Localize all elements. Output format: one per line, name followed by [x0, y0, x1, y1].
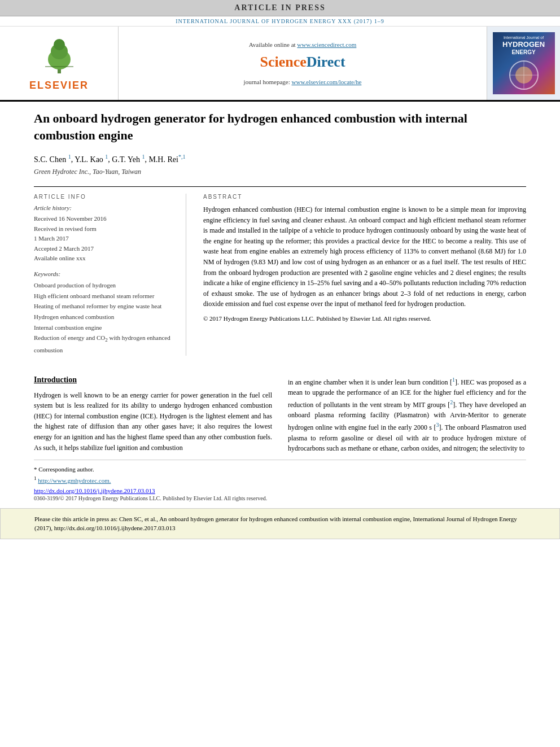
footnote-doi-link[interactable]: http://dx.doi.org/10.1016/j.ijhydene.201…: [34, 487, 155, 494]
footnote-copyright: 0360-3199/© 2017 Hydrogen Energy Publica…: [34, 495, 526, 501]
keyword-4: Hydrogen enhanced combustion: [34, 312, 177, 322]
sciencedirect-direct: Direct: [307, 54, 345, 70]
history-received: Received 16 November 2016: [34, 214, 177, 224]
top-section: ELSEVIER Available online at www.science…: [0, 27, 560, 102]
journal-cover-title: International Journal of HYDROGEN ENERGY: [502, 36, 545, 56]
footnote-superscript: 1 http://www.gmhydrotec.com.: [34, 474, 526, 486]
keyword-1: Onboard production of hydrogen: [34, 280, 177, 291]
journal-cover-block: International Journal of HYDROGEN ENERGY: [487, 27, 560, 100]
introduction-text-left: Hydrogen is well known to be an energy c…: [34, 390, 272, 453]
body-content: Introduction Hydrogen is well known to b…: [0, 367, 560, 454]
body-left-column: Introduction Hydrogen is well known to b…: [34, 375, 272, 454]
introduction-title: Introduction: [34, 375, 272, 385]
article-title: An onboard hydrogen generator for hydrog…: [34, 110, 526, 143]
ref-2: 2: [450, 399, 453, 405]
elsevier-logo-block: ELSEVIER: [0, 27, 119, 100]
history-revised-label: Received in revised form: [34, 224, 177, 234]
article-info-column: ARTICLE INFO Article history: Received 1…: [34, 194, 186, 356]
abstract-column: ABSTRACT Hydrogen enhanced combustion (H…: [203, 194, 526, 356]
article-history-title: Article history:: [34, 204, 177, 211]
journal-cover-image: International Journal of HYDROGEN ENERGY: [493, 32, 555, 94]
keyword-2: High efficient onboard methanol steam re…: [34, 291, 177, 302]
abstract-label: ABSTRACT: [203, 194, 526, 200]
footnote-corresponding: * Corresponding author.: [34, 465, 526, 475]
elsevier-tree-icon: [34, 36, 85, 75]
available-online-text: Available online at www.sciencedirect.co…: [249, 41, 357, 48]
ref-3: 3: [436, 422, 439, 428]
sciencedirect-block: Available online at www.sciencedirect.co…: [119, 27, 487, 100]
sciencedirect-sci: Science: [260, 54, 306, 70]
abstract-text: Hydrogen enhanced combustion (HEC) for i…: [203, 204, 526, 324]
elsevier-logo-text: ELSEVIER: [29, 80, 89, 91]
introduction-text-right: in an engine chamber when it is under le…: [288, 375, 526, 454]
history-accepted: Accepted 2 March 2017: [34, 244, 177, 254]
keyword-6: Reduction of energy and CO2 with hydroge…: [34, 333, 177, 355]
journal-header-bar: INTERNATIONAL JOURNAL OF HYDROGEN ENERGY…: [0, 16, 560, 27]
ref-1: 1: [452, 377, 455, 383]
citation-text: Please cite this article in press as: Ch…: [34, 516, 517, 532]
sciencedirect-logo: ScienceDirect: [260, 54, 345, 71]
article-in-press-banner: ARTICLE IN PRESS: [0, 0, 560, 16]
sciencedirect-url[interactable]: www.sciencedirect.com: [297, 41, 356, 48]
footnotes-section: * Corresponding author. 1 http://www.gmh…: [34, 460, 526, 501]
history-online: Available online xxx: [34, 254, 177, 264]
abstract-copyright: © 2017 Hydrogen Energy Publications LLC.…: [203, 314, 526, 324]
citation-bar: Please cite this article in press as: Ch…: [0, 508, 560, 539]
keywords-title: Keywords:: [34, 270, 177, 277]
article-info-label: ARTICLE INFO: [34, 194, 177, 200]
body-right-column: in an engine chamber when it is under le…: [288, 375, 526, 454]
info-abstract-section: ARTICLE INFO Article history: Received 1…: [34, 186, 526, 356]
journal-homepage: journal homepage: www.elsevier.com/locat…: [244, 78, 362, 85]
body-two-column: Introduction Hydrogen is well known to b…: [34, 375, 526, 454]
svg-point-3: [54, 39, 65, 50]
article-main: An onboard hydrogen generator for hydrog…: [0, 102, 560, 356]
authors-line: S.C. Chen 1, Y.L. Kao 1, G.T. Yeh 1, M.H…: [34, 154, 526, 164]
footnote-doi[interactable]: http://dx.doi.org/10.1016/j.ijhydene.201…: [34, 487, 526, 494]
keyword-3: Heating of methanol reformer by engine w…: [34, 301, 177, 312]
history-revised-date: 1 March 2017: [34, 234, 177, 244]
footnote-website[interactable]: http://www.gmhydrotec.com.: [38, 477, 111, 484]
affiliation: Green Hydrotec Inc., Tao-Yuan, Taiwan: [34, 168, 526, 176]
keyword-5: Internal combustion engine: [34, 322, 177, 333]
journal-cover-graphic: [507, 58, 541, 91]
journal-homepage-url[interactable]: www.elsevier.com/locate/he: [292, 78, 362, 85]
